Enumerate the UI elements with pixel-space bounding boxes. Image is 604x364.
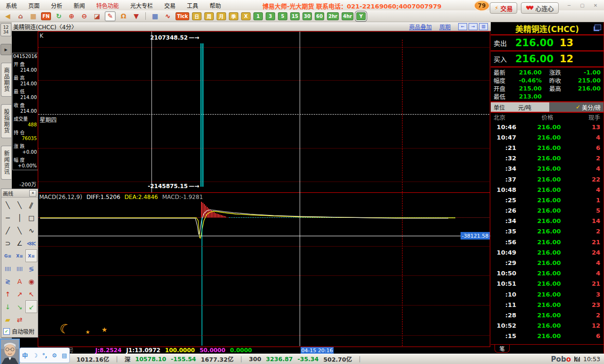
arrow-down-tool[interactable]: ↓ — [2, 300, 14, 313]
sidebar-tab-index-futures[interactable]: 股指期货 — [1, 104, 11, 138]
close-icon[interactable]: ✕ — [29, 190, 36, 197]
regression-tool[interactable]: ≷ — [2, 275, 14, 288]
trade-row[interactable]: :29216.004 — [491, 257, 604, 268]
period-quarter-chip[interactable]: 季 — [229, 12, 238, 20]
menu-system[interactable]: 系统 — [6, 1, 17, 9]
trade-row[interactable]: :11216.0023 — [491, 299, 604, 310]
ime-halfmoon-icon[interactable]: ☽ — [33, 352, 38, 359]
period-3min-chip[interactable]: 3 — [266, 12, 275, 20]
ime-tools-icon[interactable]: ⚙ — [52, 352, 57, 359]
chart-area[interactable]: 2107348.52 -2145875.15 K 星期四 MACD(26,12,… — [38, 31, 491, 354]
period-week-chip[interactable]: 周 — [204, 12, 214, 20]
star-drawing[interactable]: ★ — [101, 326, 108, 333]
ime-softkeyboard-icon[interactable]: ▤ — [62, 352, 67, 359]
trade-row[interactable]: 10:48216.004 — [491, 184, 604, 195]
speed-lines-tool[interactable]: ⋘ — [25, 237, 37, 249]
cycle-lines-tool[interactable]: |||| — [14, 262, 25, 275]
arrow-up-tool[interactable]: ↑ — [2, 288, 14, 300]
percent-lines-tool[interactable]: X≡ — [25, 249, 37, 262]
trade-row[interactable]: :21216.006 — [491, 142, 604, 153]
stamp-tool[interactable]: ◉ — [25, 275, 37, 288]
ask-row[interactable]: 卖出 216.00 13 — [491, 35, 604, 50]
expand-arrow-tab[interactable]: ▶ — [0, 44, 11, 55]
heart-to-heart-button[interactable]: ♥♥ 心连心 — [521, 2, 559, 14]
draw-tool-icon[interactable]: ✎ — [105, 11, 116, 21]
overlay-icon[interactable]: ◪ — [92, 12, 102, 21]
arrow-se-tool[interactable]: ↘ — [14, 300, 25, 313]
trade-row[interactable]: 10:46216.0013 — [491, 122, 604, 132]
ime-punct-icon[interactable]: °, — [42, 352, 48, 359]
vertical-line-tool[interactable]: │ — [14, 211, 25, 224]
trade-row[interactable]: :28216.002 — [491, 310, 604, 320]
trade-row[interactable]: :32216.002 — [491, 153, 604, 164]
period-60min-chip[interactable]: 60 — [315, 12, 324, 20]
period-link[interactable]: 周期 — [439, 23, 451, 31]
fn-chip[interactable]: FN — [41, 12, 51, 20]
menu-tools[interactable]: 工具 — [187, 1, 198, 9]
trade-row[interactable]: 10:50216.004 — [491, 268, 604, 279]
auto-snap-checkbox[interactable]: ✓ — [3, 328, 10, 335]
period-day-chip[interactable]: 日 — [192, 12, 201, 20]
menu-news[interactable]: 新闻 — [74, 1, 85, 9]
line-tool[interactable]: ╲ — [2, 199, 14, 211]
trade-row[interactable]: :26216.005 — [491, 206, 604, 216]
trade-row[interactable]: :10216.003 — [491, 289, 604, 299]
trade-row[interactable]: 10:49216.0024 — [491, 247, 604, 257]
gann-lines-tool[interactable]: G≡ — [2, 249, 14, 262]
text-tool[interactable]: A — [14, 275, 25, 288]
channel-tool[interactable]: ≶ — [25, 262, 37, 275]
menu-help[interactable]: 帮助 — [210, 1, 221, 9]
next-page-icon[interactable]: → — [469, 23, 478, 30]
bid-row[interactable]: 买入 216.00 12 — [491, 51, 604, 66]
ime-toolbar[interactable]: 中☽°,⚙▤ — [19, 347, 70, 363]
wave-tool[interactable]: ∿ — [25, 224, 37, 237]
period-4hr-chip[interactable]: 4hr — [342, 12, 353, 20]
trade-row[interactable]: :34216.004 — [491, 164, 604, 174]
restore-button[interactable]: ▢ — [577, 2, 588, 9]
trade-row[interactable]: 10:51216.0021 — [491, 279, 604, 289]
split-view-icon[interactable]: ▥ — [479, 23, 488, 30]
zoom-out-icon[interactable]: ⊖ — [79, 12, 89, 21]
period-1min-chip[interactable]: 1 — [253, 12, 263, 20]
overlay-link[interactable]: 商品叠加 — [409, 23, 432, 31]
menu-trade[interactable]: 交易 — [164, 1, 176, 9]
period-15min-chip[interactable]: 15 — [290, 12, 300, 20]
unit-yuan-ton[interactable]: 元/吨 — [518, 103, 531, 111]
menu-page[interactable]: 页面 — [28, 1, 40, 9]
unit-cent-pound[interactable]: 美分/磅 — [580, 103, 604, 111]
star-drawing[interactable]: ★ — [85, 329, 90, 335]
trend-segment-tool[interactable]: ╲ — [14, 224, 25, 237]
gann-fan-tool[interactable]: ∠ — [14, 237, 25, 249]
trade-row[interactable]: :35216.002 — [491, 226, 604, 237]
period-year-chip[interactable]: Y — [356, 12, 366, 20]
zoom-in-icon[interactable]: ⊕ — [67, 12, 76, 21]
back-icon[interactable]: ◀ — [3, 12, 13, 21]
trade-list[interactable]: 10:46216.001310:47216.004:21216.006:3221… — [491, 122, 604, 344]
horizontal-line-tool[interactable]: ─ — [2, 211, 14, 224]
popout-window-icon[interactable] — [595, 25, 601, 30]
minimize-button[interactable]: ─ — [563, 2, 575, 9]
segment-tool[interactable]: ╲ — [14, 199, 25, 211]
rectangle-tool[interactable]: □ — [25, 211, 37, 224]
golden-section-tool[interactable]: X≡ — [14, 249, 25, 262]
trade-row[interactable]: :15216.006 — [491, 331, 604, 341]
arrow-ne-tool[interactable]: ↗ — [14, 288, 25, 300]
tick-detail-tab[interactable]: 笔 — [495, 345, 510, 353]
trade-row[interactable]: :25216.001 — [491, 195, 604, 205]
ime-lang-icon[interactable]: 中 — [22, 351, 28, 359]
page-number-tab[interactable]: 1234 — [0, 23, 11, 36]
trend-chart-icon[interactable]: ∿ — [163, 12, 173, 21]
period-30min-chip[interactable]: 30 — [302, 12, 312, 20]
trade-row[interactable]: 10:52216.0012 — [491, 321, 604, 331]
sidebar-tab-news[interactable]: 新闻资讯 — [1, 146, 11, 180]
trade-row[interactable]: :56216.0021 — [491, 237, 604, 247]
prev-page-icon[interactable]: ← — [458, 23, 467, 30]
trade-button[interactable]: ⚡ 交易 — [490, 2, 517, 14]
period-2hr-chip[interactable]: 2hr — [327, 12, 339, 20]
filter-icon[interactable]: ▼ — [131, 12, 141, 21]
refresh-icon[interactable]: ↻ — [54, 12, 64, 21]
close-button[interactable]: ✕ — [590, 2, 601, 9]
period-x-chip[interactable]: X — [241, 12, 251, 20]
trade-row[interactable]: 10:47216.004 — [491, 132, 604, 142]
alarm-icon[interactable]: Ω — [118, 12, 128, 21]
